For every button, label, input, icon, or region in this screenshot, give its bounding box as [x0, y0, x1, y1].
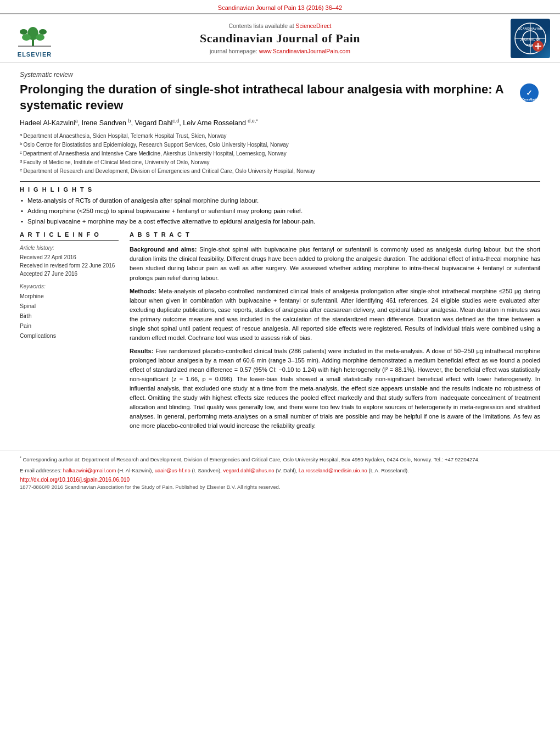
aff-c-text: Department of Anaesthesia and Intensive …: [23, 149, 287, 158]
keyword-2: Spinal: [20, 302, 119, 311]
email-name-2: (I. Sandven),: [192, 467, 223, 473]
corresponding-text: Corresponding author at: Department of R…: [23, 456, 479, 462]
authors: Hadeel Al-Kazwinia, Irene Sandven b, Veg…: [20, 118, 540, 129]
svg-point-4: [20, 29, 27, 35]
background-section: Background and aims: Single-shot spinal …: [130, 245, 540, 282]
aff-b: b Oslo Centre for Biostatistics and Epid…: [20, 141, 540, 149]
accepted-date: Accepted 27 June 2016: [20, 270, 119, 278]
sup-de: d,e,*: [248, 118, 258, 124]
homepage-text: journal homepage:: [210, 48, 257, 54]
authors-text: Hadeel Al-Kazwinia, Irene Sandven b, Veg…: [20, 119, 258, 127]
email-dahl[interactable]: vegard.dahl@ahus.no: [223, 467, 274, 473]
elsevier-logo: ELSEVIER: [10, 20, 59, 58]
journal-citation: Scandinavian Journal of Pain 13 (2016) 3…: [0, 0, 560, 13]
results-section: Results: Five randomized placebo-control…: [130, 347, 540, 431]
homepage-line: journal homepage: www.ScandinavianJourna…: [59, 48, 501, 54]
aff-d-text: Faculty of Medicine, Institute of Clinic…: [23, 158, 209, 167]
highlights-divider: [20, 181, 540, 182]
footer-copyright: 1877-8860/© 2016 Scandinavian Associatio…: [20, 484, 540, 490]
article-info-title: A R T I C L E I N F O: [20, 231, 119, 241]
elsevier-image: [13, 20, 57, 50]
highlight-item-3: Spinal bupivacaine + morphine may be a c…: [20, 217, 540, 226]
homepage-url[interactable]: www.ScandinavianJournalPain.com: [259, 48, 350, 54]
article-title-text: Prolonging the duration of single-shot i…: [20, 82, 519, 113]
crossmark-icon: ✓ CrossMark: [519, 83, 539, 103]
aff-a-text: Department of Anaesthesia, Skien Hospita…: [23, 132, 226, 141]
highlight-item-1: Meta-analysis of RCTs of duration of ana…: [20, 196, 540, 205]
results-label: Results:: [130, 348, 153, 354]
keyword-5: Complications: [20, 331, 119, 341]
svg-point-2: [22, 34, 31, 41]
aff-b-text: Oslo Centre for Biostatistics and Epidem…: [23, 141, 288, 149]
keyword-3: Birth: [20, 311, 119, 321]
abstract-col: A B S T R A C T Background and aims: Sin…: [130, 231, 540, 434]
svg-text:CrossMark: CrossMark: [522, 98, 536, 101]
received-date: Received 22 April 2016: [20, 253, 119, 261]
footer-email: E-mail addresses: halkazwini@gmail.com (…: [20, 466, 540, 475]
revised-date: Received in revised form 22 June 2016: [20, 261, 119, 270]
highlights-title: H I G H L I G H T S: [20, 186, 540, 193]
sup-aff-b: b: [20, 141, 22, 149]
keyword-4: Pain: [20, 321, 119, 331]
svg-point-3: [36, 34, 44, 41]
aff-a: a Department of Anaesthesia, Skien Hospi…: [20, 132, 540, 141]
keywords-list: Morphine Spinal Birth Pain Complications: [20, 292, 119, 341]
affiliations: a Department of Anaesthesia, Skien Hospi…: [20, 132, 540, 176]
sup-aff-a: a: [20, 132, 22, 141]
svg-text:✓: ✓: [526, 88, 533, 97]
email-name-1: (H. Al-Kazwini),: [117, 467, 155, 473]
sup-a: a: [75, 118, 78, 124]
crossmark-badge: ✓ CrossMark: [519, 83, 540, 104]
history-label: Article history:: [20, 245, 119, 251]
email-halkazwini[interactable]: halkazwini@gmail.com: [63, 467, 116, 473]
journal-name: Scandinavian Journal of Pain: [59, 31, 501, 46]
doi-link[interactable]: http://dx.doi.org/10.1016/j.sjpain.2016.…: [20, 477, 130, 483]
elsevier-logo-svg: [13, 20, 57, 50]
aff-c: c Department of Anaesthesia and Intensiv…: [20, 149, 540, 158]
keywords-section: Keywords: Morphine Spinal Birth Pain Com…: [20, 283, 119, 341]
svg-point-5: [39, 29, 47, 35]
page: Scandinavian Journal of Pain 13 (2016) 3…: [0, 0, 560, 742]
email-sandven[interactable]: uaair@us-hf.no: [155, 467, 191, 473]
aff-e-text: Department of Research and Development, …: [23, 167, 315, 176]
journal-logo-svg: SCANDINAVIAN JOURNAL OF PAIN: [514, 22, 547, 55]
journal-title-center: Contents lists available at ScienceDirec…: [59, 23, 501, 54]
contents-text: Contents lists available at: [229, 23, 294, 29]
corresponding-sup: *: [20, 456, 21, 460]
email-name-4: (L.A. Rosseland).: [369, 467, 409, 473]
sup-aff-d: d: [20, 158, 22, 167]
svg-text:SCANDINAVIAN: SCANDINAVIAN: [518, 27, 542, 30]
footer-section: * Corresponding author at: Department of…: [0, 450, 560, 495]
highlights-section: H I G H L I G H T S Meta-analysis of RCT…: [20, 186, 540, 226]
email-rosseland[interactable]: l.a.rosseland@medisin.uio.no: [299, 467, 367, 473]
footer-corresponding: * Corresponding author at: Department of…: [20, 455, 540, 464]
journal-logo-right: SCANDINAVIAN JOURNAL OF PAIN: [501, 19, 550, 58]
email-label: E-mail addresses:: [20, 467, 61, 473]
sup-b: b: [128, 118, 131, 124]
aff-e: e Department of Research and Development…: [20, 167, 540, 176]
elsevier-label: ELSEVIER: [18, 51, 52, 58]
contents-line: Contents lists available at ScienceDirec…: [59, 23, 501, 29]
sup-aff-c: c: [20, 149, 22, 158]
keywords-title: Keywords:: [20, 283, 119, 289]
email-name-3: (V. Dahl),: [276, 467, 299, 473]
article-title-row: Prolonging the duration of single-shot i…: [20, 82, 540, 113]
main-content: Systematic review Prolonging the duratio…: [0, 63, 560, 440]
abstract-title: A B S T R A C T: [130, 231, 540, 241]
highlights-list: Meta-analysis of RCTs of duration of ana…: [20, 196, 540, 226]
article-info-col: A R T I C L E I N F O Article history: R…: [20, 231, 119, 434]
sciencedirect-label: ScienceDirect: [296, 23, 332, 29]
results-text: Five randomized placebo-controlled clini…: [130, 348, 540, 429]
journal-logo-box: SCANDINAVIAN JOURNAL OF PAIN: [511, 19, 550, 58]
aff-d: d Faculty of Medicine, Institute of Clin…: [20, 158, 540, 167]
methods-section: Methods: Meta-analysis of placebo-contro…: [130, 287, 540, 343]
footer-doi: http://dx.doi.org/10.1016/j.sjpain.2016.…: [20, 477, 540, 483]
citation-text: Scandinavian Journal of Pain 13 (2016) 3…: [218, 4, 342, 11]
journal-header: ELSEVIER Contents lists available at Sci…: [0, 13, 560, 63]
keyword-1: Morphine: [20, 292, 119, 302]
article-type: Systematic review: [20, 71, 540, 79]
highlight-item-2: Adding morphine (<250 mcg) to spinal bup…: [20, 207, 540, 215]
methods-text: Meta-analysis of placebo-controlled rand…: [130, 288, 540, 341]
sup-cd: c,d: [172, 118, 179, 124]
sciencedirect-link[interactable]: ScienceDirect: [296, 23, 332, 29]
